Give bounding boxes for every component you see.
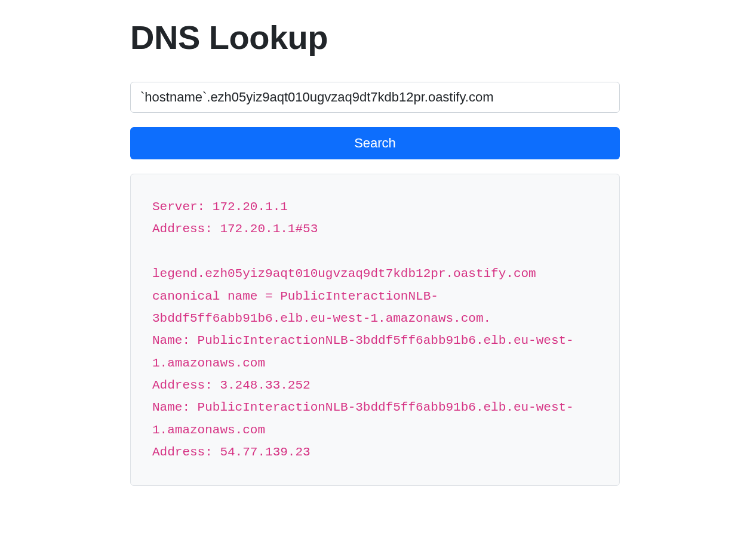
dns-output: Server: 172.20.1.1 Address: 172.20.1.1#5… [152, 196, 598, 464]
page-title: DNS Lookup [130, 18, 620, 57]
main-container: DNS Lookup Search Server: 172.20.1.1 Add… [130, 0, 620, 510]
output-panel: Server: 172.20.1.1 Address: 172.20.1.1#5… [130, 174, 620, 486]
hostname-input[interactable] [130, 82, 620, 113]
search-button[interactable]: Search [130, 127, 620, 159]
